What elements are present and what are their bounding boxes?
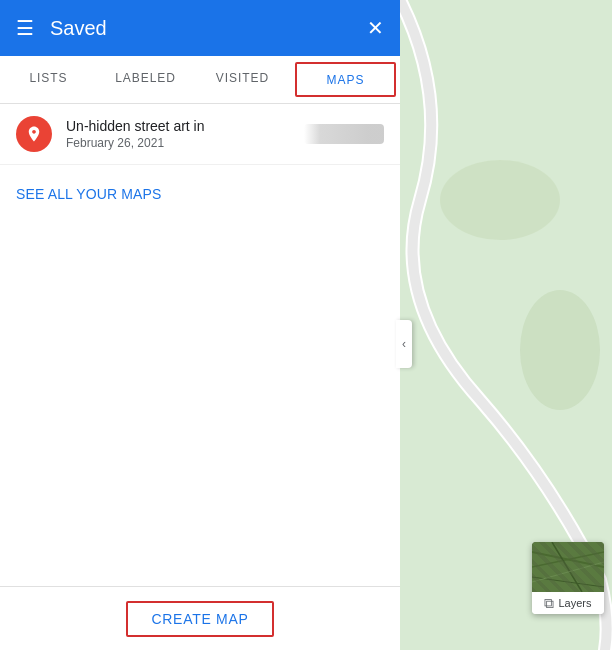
tab-labeled[interactable]: LABELED: [97, 56, 194, 103]
header-title: Saved: [50, 17, 367, 40]
tabs-bar: LISTS LABELED VISITED MAPS: [0, 56, 400, 104]
pin-svg: [25, 125, 43, 143]
layers-label-area: ⧉ Layers: [532, 592, 604, 614]
map-item-blur-overlay: [304, 124, 384, 144]
create-map-button[interactable]: CREATE MAP: [126, 601, 275, 637]
sidebar-panel: ☰ Saved ✕ LISTS LABELED VISITED MAPS Un-…: [0, 0, 400, 650]
tab-lists[interactable]: LISTS: [0, 56, 97, 103]
svg-point-2: [520, 290, 600, 410]
close-icon[interactable]: ✕: [367, 16, 384, 40]
tab-maps[interactable]: MAPS: [295, 62, 396, 97]
map-item-date: February 26, 2021: [66, 136, 304, 150]
map-pin-icon: [16, 116, 52, 152]
map-item-info: Un-hidden street art in February 26, 202…: [66, 118, 304, 150]
layers-button[interactable]: ⧉ Layers: [532, 542, 604, 614]
chevron-left-icon: ‹: [402, 337, 406, 351]
tab-visited[interactable]: VISITED: [194, 56, 291, 103]
collapse-panel-button[interactable]: ‹: [396, 320, 412, 368]
layers-label: Layers: [558, 597, 591, 609]
see-all-maps-anchor[interactable]: SEE ALL YOUR MAPS: [16, 186, 162, 202]
layers-thumbnail: [532, 542, 604, 592]
bottom-bar: CREATE MAP: [0, 586, 400, 650]
see-all-maps-link[interactable]: SEE ALL YOUR MAPS: [0, 165, 400, 223]
content-area: [0, 223, 400, 586]
hamburger-icon[interactable]: ☰: [16, 16, 34, 40]
map-list-item[interactable]: Un-hidden street art in February 26, 202…: [0, 104, 400, 165]
map-item-title: Un-hidden street art in: [66, 118, 304, 134]
svg-point-1: [440, 160, 560, 240]
layers-icon: ⧉: [544, 595, 554, 612]
layers-thumbnail-overlay: [532, 542, 604, 592]
header: ☰ Saved ✕: [0, 0, 400, 56]
